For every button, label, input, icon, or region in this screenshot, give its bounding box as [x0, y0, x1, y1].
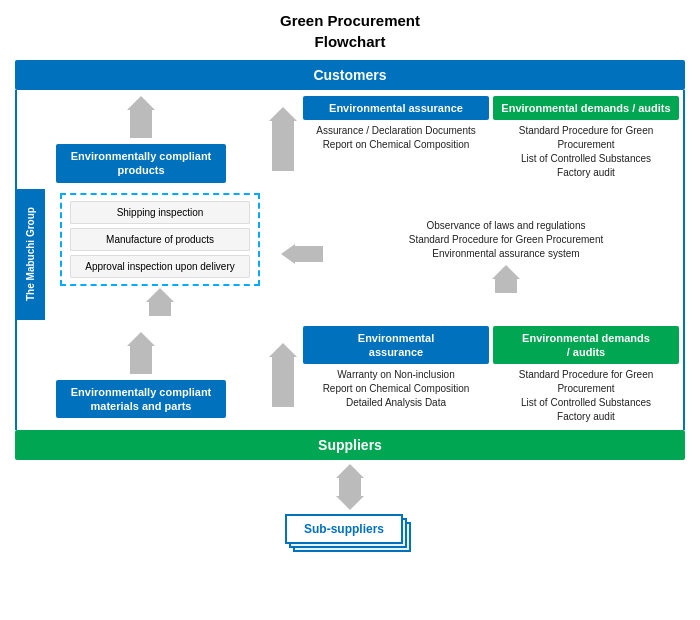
bottom-up-arrow-area — [269, 326, 297, 425]
top-right-area: Environmental assurance Assurance / Decl… — [265, 96, 683, 183]
env-assurance-header-bottom: Environmental assurance — [303, 326, 489, 365]
bottom-section: Environmentally compliant materials and … — [15, 320, 685, 431]
top-center-up-arrow — [269, 107, 297, 171]
env-assurance-text-bottom: Warranty on Non-inclusion Report on Chem… — [303, 368, 489, 410]
subsuppliers-down-head — [336, 496, 364, 510]
bottom-center-shaft — [272, 357, 294, 407]
top-left-area: Environmentally compliant products — [17, 96, 265, 183]
env-compliant-products-box: Environmentally compliant products — [56, 144, 226, 183]
suppliers-bar: Suppliers — [15, 430, 685, 460]
top-section: Environmentally compliant products Envir… — [15, 90, 685, 189]
subsuppliers-label: Sub-suppliers — [304, 522, 384, 536]
bottom-center-up-arrow — [269, 343, 297, 407]
subsuppliers-shaft — [339, 478, 361, 496]
env-demands-col-bottom: Environmental demands / audits Standard … — [493, 326, 679, 425]
bottom-right-area: Environmental assurance Warranty on Non-… — [265, 326, 683, 425]
mabuchi-right-area: Observance of laws and regulations Stand… — [329, 189, 683, 320]
mabuchi-up-shaft — [149, 302, 171, 316]
bottom-left-up-head — [127, 332, 155, 346]
left-arrow-shaft — [295, 246, 323, 262]
env-assurance-col-bottom: Environmental assurance Warranty on Non-… — [303, 326, 489, 425]
up-arrow-shaft — [130, 110, 152, 138]
top-up-arrow-area — [269, 96, 297, 183]
mabuchi-right-up-head — [492, 265, 520, 279]
env-demands-header-bottom: Environmental demands / audits — [493, 326, 679, 365]
left-arrow-mabuchi — [281, 244, 323, 264]
mabuchi-right-text: Observance of laws and regulations Stand… — [409, 219, 604, 261]
up-arrow-head — [127, 96, 155, 110]
subsuppliers-area: Sub-suppliers — [15, 460, 685, 564]
mabuchi-right-up-arrow — [492, 265, 520, 293]
env-compliant-materials-box: Environmentally compliant materials and … — [56, 380, 226, 419]
env-assurance-col-top: Environmental assurance Assurance / Decl… — [303, 96, 489, 183]
top-center-up-head — [269, 107, 297, 121]
env-demands-text-bottom: Standard Procedure for Green Procurement… — [493, 368, 679, 424]
env-assurance-header-top: Environmental assurance — [303, 96, 489, 120]
page-title: Green ProcurementFlowchart — [280, 10, 420, 52]
mabuchi-row: The Mabuchi Group Shipping inspection Ma… — [15, 189, 685, 320]
bottom-left-up-arrow — [127, 332, 155, 374]
mabuchi-content: Shipping inspection Manufacture of produ… — [45, 189, 683, 320]
mabuchi-arrow-area — [275, 189, 329, 320]
mabuchi-right-up-shaft — [495, 279, 517, 293]
customers-bar: Customers — [15, 60, 685, 90]
up-arrow-products — [127, 96, 155, 138]
subsuppliers-box-main: Sub-suppliers — [285, 514, 403, 544]
left-arrow-head — [281, 244, 295, 264]
env-demands-col-top: Environmental demands / audits Standard … — [493, 96, 679, 183]
bottom-left-up-shaft — [130, 346, 152, 374]
env-assurance-text-top: Assurance / Declaration Documents Report… — [303, 124, 489, 152]
subsuppliers-up-head — [336, 464, 364, 478]
mabuchi-label: The Mabuchi Group — [17, 189, 45, 320]
env-demands-header-top: Environmental demands / audits — [493, 96, 679, 120]
mabuchi-up-arrow — [146, 288, 174, 316]
mabuchi-up-head — [146, 288, 174, 302]
shipping-inspection: Shipping inspection — [70, 201, 250, 224]
bottom-left-area: Environmentally compliant materials and … — [17, 326, 265, 425]
bottom-center-up-head — [269, 343, 297, 357]
approval-inspection: Approval inspection upon delivery — [70, 255, 250, 278]
subsuppliers-box-stack: Sub-suppliers — [285, 514, 415, 558]
manufacture-products: Manufacture of products — [70, 228, 250, 251]
mabuchi-process-box: Shipping inspection Manufacture of produ… — [60, 193, 260, 286]
top-center-shaft — [272, 121, 294, 171]
flowchart: Customers Environmentally compliant prod… — [15, 60, 685, 564]
subsuppliers-arrow — [336, 464, 364, 510]
env-demands-text-top: Standard Procedure for Green Procurement… — [493, 124, 679, 180]
